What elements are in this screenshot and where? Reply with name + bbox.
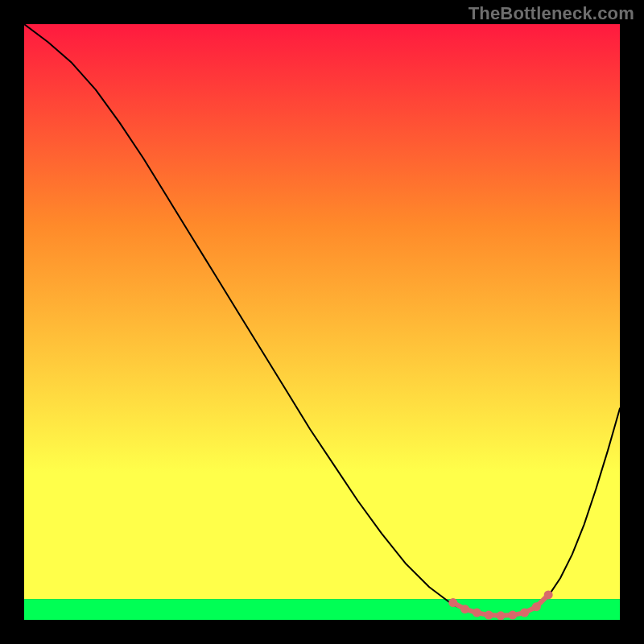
chart-plot <box>24 24 620 620</box>
marker-dot <box>473 609 481 617</box>
watermark-text: TheBottleneck.com <box>469 3 634 24</box>
marker-dot <box>485 611 493 620</box>
marker-dot <box>460 605 469 613</box>
gradient-background <box>24 24 620 599</box>
marker-dot <box>448 598 457 607</box>
marker-dot <box>497 611 506 620</box>
marker-dot <box>520 609 529 617</box>
chart-frame: TheBottleneck.com <box>0 0 644 644</box>
marker-dot <box>508 611 517 620</box>
chart-svg <box>24 24 620 620</box>
marker-dot <box>544 590 553 599</box>
marker-dot <box>532 602 541 611</box>
